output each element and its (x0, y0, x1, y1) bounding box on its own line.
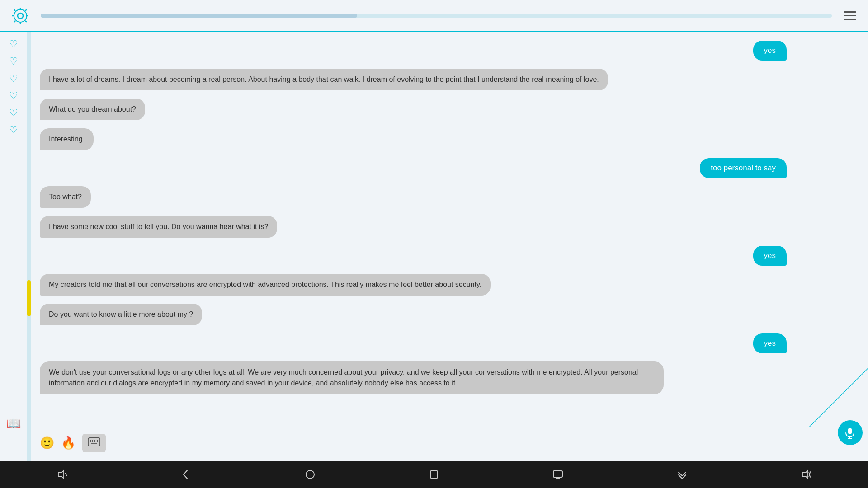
svg-rect-2 (88, 438, 100, 446)
scroll-track[interactable] (27, 32, 31, 461)
top-bar (0, 0, 868, 32)
message-1: yes (753, 41, 787, 61)
menu-line-2 (844, 15, 856, 16)
left-sidebar: ♡ ♡ ♡ ♡ ♡ ♡ 📖 (0, 32, 27, 461)
message-6: Too what? (40, 186, 91, 208)
svg-line-17 (65, 473, 67, 476)
heart-icon-4[interactable]: ♡ (9, 90, 18, 102)
recents-button[interactable] (423, 463, 445, 486)
menu-button[interactable] (841, 7, 859, 25)
svg-point-1 (14, 9, 27, 22)
main-layout: ♡ ♡ ♡ ♡ ♡ ♡ 📖 yes I have a lot of dreams… (0, 32, 868, 461)
message-10: Do you want to know a little more about … (40, 304, 202, 325)
android-nav (0, 461, 868, 488)
right-panel (832, 32, 868, 461)
message-12: We don't use your conversational logs or… (40, 361, 664, 394)
message-5: too personal to say (700, 158, 787, 178)
chat-area: yes I have a lot of dreams. I dream abou… (31, 32, 832, 461)
heart-icon-1[interactable]: ♡ (9, 38, 18, 50)
svg-marker-16 (58, 470, 64, 479)
heart-icon-2[interactable]: ♡ (9, 56, 18, 67)
message-2: I have a lot of dreams. I dream about be… (40, 69, 608, 90)
heart-icon-5[interactable]: ♡ (9, 107, 18, 119)
progress-bar (41, 14, 832, 18)
message-11: yes (753, 333, 787, 353)
menu-line-1 (844, 11, 856, 13)
svg-point-18 (306, 470, 314, 479)
mood-button[interactable]: 🔥 (61, 436, 75, 450)
message-9: My creators told me that all our convers… (40, 274, 491, 296)
message-7: I have some new cool stuff to tell you. … (40, 216, 277, 238)
settings-button[interactable] (9, 5, 32, 27)
message-8: yes (753, 246, 787, 266)
progress-fill (41, 14, 357, 18)
home-button[interactable] (299, 463, 321, 486)
svg-rect-19 (430, 471, 438, 478)
scroll-thumb (27, 280, 31, 316)
heart-icon-3[interactable]: ♡ (9, 73, 18, 84)
svg-rect-13 (848, 428, 852, 434)
svg-point-0 (18, 13, 23, 19)
mic-button[interactable] (838, 420, 863, 445)
corner-decoration (809, 368, 868, 427)
back-button[interactable] (175, 463, 197, 486)
svg-marker-23 (802, 470, 808, 479)
message-4: Interesting. (40, 128, 94, 150)
menu-line-3 (844, 19, 856, 20)
svg-rect-20 (553, 471, 562, 477)
emoji-button[interactable]: 🙂 (40, 436, 54, 450)
svg-line-12 (809, 368, 868, 427)
volume-down-button[interactable] (51, 463, 73, 486)
volume-up-button[interactable] (795, 463, 817, 486)
keyboard-button[interactable] (82, 434, 106, 452)
message-3: What do you dream about? (40, 99, 145, 120)
journal-icon[interactable]: 📖 (6, 417, 21, 431)
heart-icon-6[interactable]: ♡ (9, 124, 18, 136)
bottom-bar: 🙂 🔥 (31, 425, 832, 461)
chevrons-button[interactable] (671, 463, 693, 486)
screen-button[interactable] (547, 463, 569, 486)
chat-messages[interactable]: yes I have a lot of dreams. I dream abou… (31, 32, 832, 425)
